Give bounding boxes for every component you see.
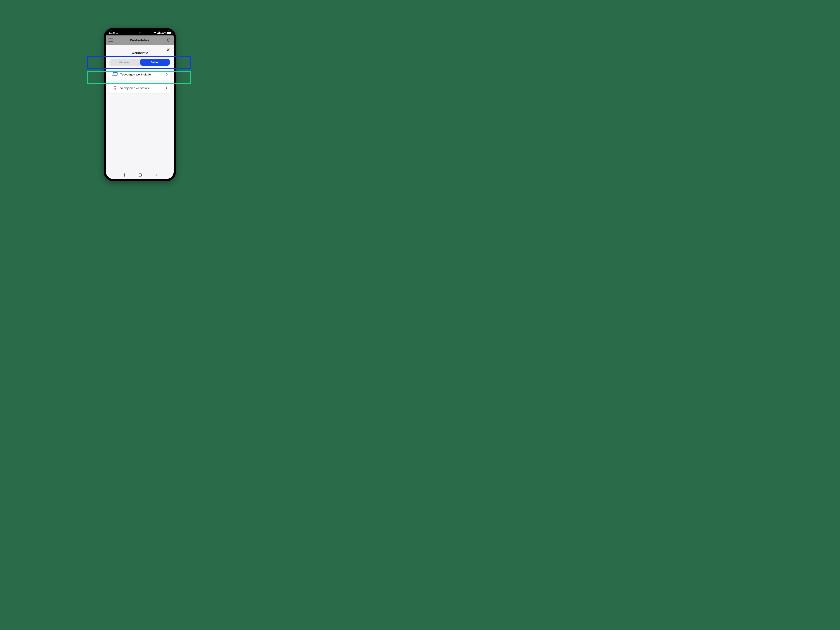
android-nav-bar <box>106 171 174 179</box>
tab-label: Beheer <box>150 61 159 64</box>
nav-home-icon[interactable] <box>139 174 142 177</box>
bottom-sheet: ✕ Werkrelatie Wisselen Beheer Toevoegen … <box>106 45 174 171</box>
signal-icon <box>157 32 160 34</box>
app-title: Werkrelaties <box>130 38 150 42</box>
sheet-title: Werkrelatie <box>109 51 171 55</box>
nav-recent-icon[interactable] <box>122 175 125 175</box>
list-item-delete[interactable]: Verwijderen werkrelatie <box>109 83 170 93</box>
battery-icon <box>167 32 171 34</box>
chevron-right-icon <box>165 87 167 89</box>
battery-text: 100% <box>160 32 166 34</box>
list-item-add[interactable]: Toevoegen werkrelatie <box>109 69 170 80</box>
segmented-control: Wisselen Beheer <box>109 58 170 66</box>
list-item-label: Verwijderen werkrelatie <box>120 87 165 90</box>
camera-dot <box>139 32 141 34</box>
nav-back-icon[interactable] <box>155 174 158 177</box>
qr-icon[interactable] <box>167 38 171 42</box>
tab-wisselen[interactable]: Wisselen <box>109 58 140 66</box>
menu-icon[interactable] <box>109 38 113 41</box>
status-time: 11:34 <box>109 32 115 34</box>
tab-beheer[interactable]: Beheer <box>140 58 170 66</box>
chevron-right-icon <box>165 73 167 76</box>
close-icon[interactable]: ✕ <box>166 47 170 53</box>
app-header: Werkrelaties <box>106 35 174 45</box>
tab-label: Wisselen <box>119 61 130 64</box>
trash-icon <box>112 85 118 90</box>
picture-icon <box>116 32 118 34</box>
list-item-label: Toevoegen werkrelatie <box>120 73 165 76</box>
phone-screen: 11:34 100% Werkrelaties <box>106 30 174 179</box>
document-icon <box>112 72 118 77</box>
phone-frame: 11:34 100% Werkrelaties <box>104 28 176 181</box>
wifi-icon <box>154 32 156 34</box>
